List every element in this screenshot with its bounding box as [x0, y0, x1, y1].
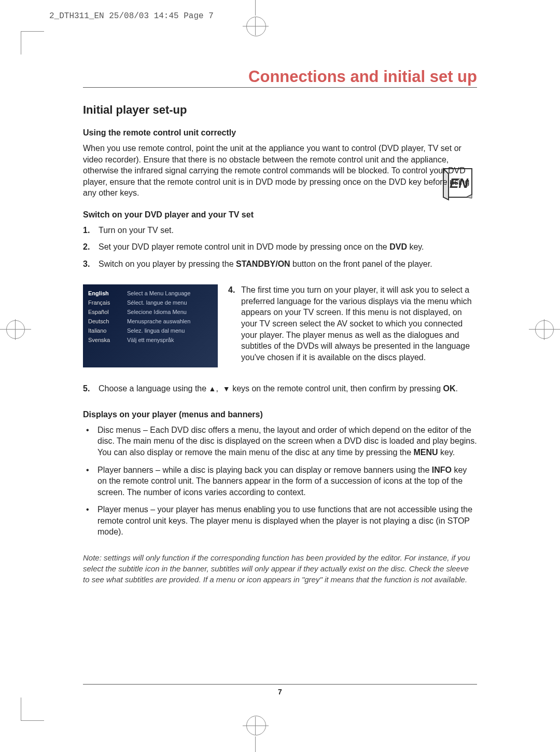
page-content: Connections and initial set up Initial p…: [83, 67, 477, 585]
page-number: 7: [278, 688, 282, 696]
step-2: 2. Set your DVD player remote control un…: [83, 241, 477, 253]
step-text-pre: Choose a language using the: [99, 384, 209, 393]
step-text-pre: Switch on you player by pressing the: [99, 259, 236, 268]
step-text-pre: Set your DVD player remote control unit …: [99, 242, 389, 251]
page-footer: 7: [83, 684, 477, 696]
bullet-player-menus: Player menus – your player has menus ena…: [83, 504, 477, 538]
step-4-row: EnglishSelect a Menu Language FrançaisSé…: [83, 284, 477, 367]
print-header: 2_DTH311_EN 25/08/03 14:45 Page 7: [49, 11, 214, 21]
display-bullets: Disc menus – Each DVD disc offers a menu…: [83, 425, 477, 538]
step-1: 1. Turn on your TV set.: [83, 225, 477, 236]
up-arrow-icon: ▲: [209, 384, 216, 394]
menu-row: SvenskaVälj ett menyspråk: [83, 335, 218, 345]
step-text: Turn on your TV set.: [99, 226, 174, 235]
step-text-mid: keys on the remote control unit, then co…: [232, 384, 443, 393]
step-bold: OK: [443, 384, 456, 393]
cropmark-right: [529, 314, 560, 345]
step-3: 3. Switch on you player by pressing the …: [83, 258, 477, 270]
corner-bottom-left: [21, 698, 44, 721]
step-bold: STANDBY/ON: [236, 259, 290, 268]
step-4: 4. The first time you turn on your playe…: [228, 284, 477, 367]
corner-top-left: [21, 31, 44, 54]
bullet-player-banners: Player banners – while a disc is playing…: [83, 464, 477, 498]
page-heading: Initial player set-up: [83, 103, 477, 117]
cropmark-bottom: [240, 716, 271, 752]
step-bold: DVD: [389, 242, 407, 251]
step-text: The first time you turn on your player, …: [241, 285, 472, 362]
menu-row: ItalianoSelez. lingua dal menu: [83, 326, 218, 335]
cropmark-left: [0, 314, 31, 345]
menu-row: DeutschMenusprache auswahlen: [83, 317, 218, 326]
down-arrow-icon: ▼: [223, 384, 230, 394]
step-text-post: button on the front panel of the player.: [290, 259, 432, 268]
step-number: 4.: [228, 284, 235, 296]
step-text-post: key.: [407, 242, 424, 251]
menu-row: EnglishSelect a Menu Language: [83, 289, 218, 298]
note-text: Note: settings will only function if the…: [83, 552, 477, 585]
subheading-switch-on: Switch on your DVD player and your TV se…: [83, 210, 477, 220]
step-5: 5. Choose a language using the ▲, ▼ keys…: [83, 383, 477, 394]
step-number: 5.: [83, 383, 90, 394]
cropmark-top: [240, 0, 271, 36]
switch-on-steps: 1. Turn on your TV set. 2. Set your DVD …: [83, 225, 477, 270]
menu-row: EspañolSelecione Idioma Menu: [83, 307, 218, 317]
step-number: 3.: [83, 258, 90, 270]
subheading-remote: Using the remote control unit correctly: [83, 128, 477, 138]
step-text-post: .: [456, 384, 458, 393]
step-number: 2.: [83, 241, 90, 253]
remote-body: When you use remote control, point the u…: [83, 143, 477, 199]
menu-row: FrançaisSélect. langue de menu: [83, 298, 218, 307]
subheading-displays: Displays on your player (menus and banne…: [83, 410, 477, 419]
language-menu-screenshot: EnglishSelect a Menu Language FrançaisSé…: [83, 284, 218, 367]
step-number: 1.: [83, 225, 90, 236]
bullet-disc-menus: Disc menus – Each DVD disc offers a menu…: [83, 425, 477, 458]
section-title: Connections and initial set up: [83, 67, 477, 88]
